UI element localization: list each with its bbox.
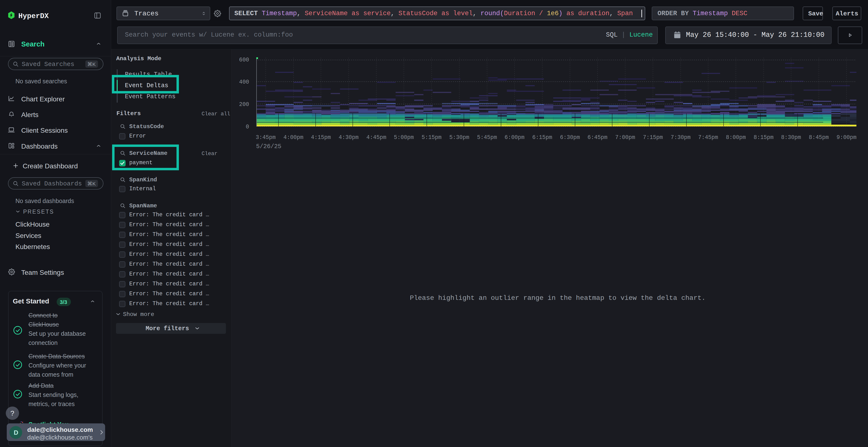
- svg-text:5:15pm: 5:15pm: [422, 134, 442, 141]
- svg-text:7:00pm: 7:00pm: [615, 134, 635, 141]
- svg-text:200: 200: [239, 101, 249, 108]
- svg-text:5:30pm: 5:30pm: [450, 134, 469, 141]
- svg-text:Please highlight an outlier ra: Please highlight an outlier range in the…: [410, 294, 706, 302]
- svg-text:6:45pm: 6:45pm: [588, 134, 608, 141]
- svg-text:6:00pm: 6:00pm: [505, 134, 525, 141]
- svg-text:4:30pm: 4:30pm: [339, 134, 359, 141]
- svg-text:5:00pm: 5:00pm: [394, 134, 414, 141]
- svg-text:4:15pm: 4:15pm: [311, 134, 331, 141]
- svg-text:8:45pm: 8:45pm: [809, 134, 829, 141]
- svg-text:6:30pm: 6:30pm: [560, 134, 580, 141]
- svg-text:4:45pm: 4:45pm: [367, 134, 386, 141]
- svg-text:600: 600: [239, 57, 249, 63]
- svg-text:8:30pm: 8:30pm: [781, 134, 801, 141]
- svg-text:4:00pm: 4:00pm: [283, 134, 304, 141]
- svg-text:0: 0: [246, 124, 249, 130]
- svg-text:8:15pm: 8:15pm: [754, 134, 774, 141]
- svg-text:7:30pm: 7:30pm: [671, 134, 691, 141]
- svg-text:400: 400: [239, 79, 249, 85]
- svg-text:6:15pm: 6:15pm: [532, 134, 552, 141]
- svg-text:7:15pm: 7:15pm: [643, 134, 663, 141]
- svg-text:7:45pm: 7:45pm: [698, 134, 718, 141]
- svg-text:9:00pm: 9:00pm: [837, 134, 857, 141]
- svg-text:3:45pm: 3:45pm: [256, 134, 276, 141]
- svg-text:8:00pm: 8:00pm: [726, 134, 746, 141]
- svg-text:5:45pm: 5:45pm: [477, 134, 497, 141]
- svg-text:5/26/25: 5/26/25: [256, 143, 281, 150]
